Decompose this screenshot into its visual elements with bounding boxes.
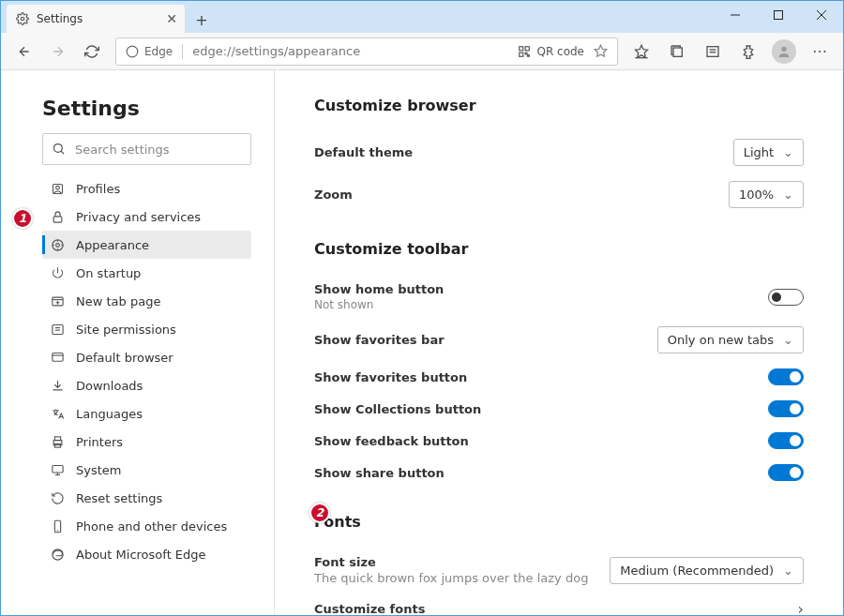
svg-rect-10	[528, 54, 530, 56]
download-icon	[50, 379, 65, 393]
permissions-icon	[50, 323, 65, 337]
close-tab-icon[interactable]: ✕	[166, 11, 177, 26]
sidebar-item-printers[interactable]: Printers	[42, 428, 251, 456]
font-size-dropdown[interactable]: Medium (Recommended)⌄	[610, 557, 804, 584]
sidebar-item-languages[interactable]: Languages	[42, 399, 251, 428]
svg-marker-12	[635, 45, 647, 57]
font-sample: The quick brown fox jumps over the lazy …	[314, 571, 588, 585]
favorites-button-toggle[interactable]	[768, 368, 804, 385]
svg-point-5	[127, 46, 138, 57]
system-icon	[50, 463, 65, 477]
favorites-button[interactable]	[625, 37, 657, 67]
svg-point-19	[54, 144, 63, 153]
phone-icon	[50, 519, 65, 533]
customize-fonts-label[interactable]: Customize fonts	[314, 602, 425, 615]
refresh-button[interactable]	[76, 37, 108, 67]
svg-rect-38	[52, 353, 62, 361]
edge-logo-icon	[50, 548, 65, 562]
minimize-button[interactable]	[714, 1, 757, 29]
sidebar-item-default-browser[interactable]: Default browser	[42, 343, 251, 371]
site-identity[interactable]: Edge	[126, 45, 173, 58]
svg-rect-42	[54, 443, 60, 447]
feedback-button-label: Show feedback button	[314, 434, 469, 448]
appearance-icon	[50, 238, 65, 252]
profile-button[interactable]	[768, 37, 800, 67]
chevron-right-icon[interactable]: ›	[798, 600, 804, 615]
sidebar: Settings Profiles Privacy and services A…	[1, 70, 275, 615]
favorites-bar-dropdown[interactable]: Only on new tabs⌄	[657, 326, 804, 353]
maximize-button[interactable]	[757, 1, 800, 29]
qr-code-button[interactable]: QR code	[518, 45, 584, 58]
sidebar-item-privacy[interactable]: Privacy and services	[42, 203, 251, 231]
share-button-label: Show share button	[314, 466, 445, 480]
svg-rect-23	[53, 216, 62, 221]
chevron-down-icon: ⌄	[783, 145, 793, 159]
section-heading-fonts: Fonts	[314, 513, 804, 531]
share-button-toggle[interactable]	[768, 464, 804, 481]
home-button-label: Show home button	[314, 282, 444, 296]
extensions-button[interactable]	[732, 37, 764, 67]
chevron-down-icon: ⌄	[783, 333, 793, 347]
zoom-label: Zoom	[314, 188, 353, 202]
section-heading-customize-browser: Customize browser	[314, 97, 804, 114]
collections-button-toggle[interactable]	[768, 400, 804, 417]
browser-tab[interactable]: Settings ✕	[7, 5, 185, 33]
profile-icon	[50, 182, 65, 196]
svg-rect-9	[526, 53, 528, 54]
menu-button[interactable]: ⋯	[804, 37, 836, 67]
reading-list-button[interactable]	[697, 37, 729, 67]
search-input[interactable]	[42, 133, 251, 165]
sidebar-item-devices[interactable]: Phone and other devices	[42, 512, 251, 540]
sidebar-item-downloads[interactable]: Downloads	[42, 371, 251, 399]
page-title: Settings	[42, 97, 251, 120]
gear-icon	[16, 12, 29, 25]
feedback-button-toggle[interactable]	[768, 432, 804, 449]
address-bar[interactable]: Edge edge://settings/appearance QR code	[115, 38, 618, 66]
printer-icon	[50, 435, 65, 449]
collections-button-label: Show Collections button	[314, 402, 481, 416]
svg-marker-11	[595, 45, 607, 56]
home-button-toggle[interactable]	[768, 289, 804, 306]
sidebar-item-system[interactable]: System	[42, 456, 251, 484]
sidebar-item-reset[interactable]: Reset settings	[42, 484, 251, 512]
chevron-down-icon: ⌄	[783, 563, 793, 578]
favorites-bar-label: Show favorites bar	[314, 333, 445, 347]
svg-rect-2	[775, 11, 783, 20]
svg-rect-35	[52, 324, 62, 334]
svg-rect-7	[526, 46, 530, 50]
reset-icon	[50, 491, 65, 505]
collections-button[interactable]	[661, 37, 693, 67]
divider	[182, 44, 183, 59]
sidebar-item-appearance[interactable]: Appearance	[42, 231, 251, 259]
font-size-label: Font size	[314, 555, 588, 569]
sidebar-item-newtab[interactable]: New tab page	[42, 287, 251, 315]
favorite-star-icon[interactable]	[594, 44, 608, 58]
theme-dropdown[interactable]: Light⌄	[733, 139, 804, 166]
forward-button[interactable]	[42, 37, 74, 67]
theme-label: Default theme	[314, 145, 413, 159]
sidebar-item-startup[interactable]: On startup	[42, 259, 251, 287]
new-tab-button[interactable]: +	[188, 7, 215, 33]
svg-point-18	[781, 46, 786, 51]
zoom-dropdown[interactable]: 100%⌄	[729, 181, 804, 208]
annotation-badge-2: 2	[309, 503, 330, 523]
search-icon	[52, 142, 66, 156]
svg-point-24	[55, 243, 59, 247]
url-text: edge://settings/appearance	[192, 44, 508, 58]
svg-rect-41	[54, 436, 60, 440]
language-icon	[50, 407, 65, 421]
close-window-button[interactable]	[800, 1, 843, 29]
svg-line-20	[61, 151, 64, 154]
svg-point-22	[55, 186, 59, 189]
tab-title: Settings	[37, 12, 83, 25]
sidebar-item-profiles[interactable]: Profiles	[42, 174, 251, 203]
back-button[interactable]	[8, 37, 40, 67]
svg-point-0	[21, 17, 24, 21]
browser-icon	[50, 351, 65, 365]
sidebar-item-about[interactable]: About Microsoft Edge	[42, 540, 251, 568]
toolbar: Edge edge://settings/appearance QR code …	[1, 33, 843, 70]
newtab-icon	[50, 294, 65, 308]
sidebar-item-permissions[interactable]: Site permissions	[42, 315, 251, 343]
favorites-button-label: Show favorites button	[314, 370, 467, 384]
avatar-icon	[772, 39, 796, 64]
